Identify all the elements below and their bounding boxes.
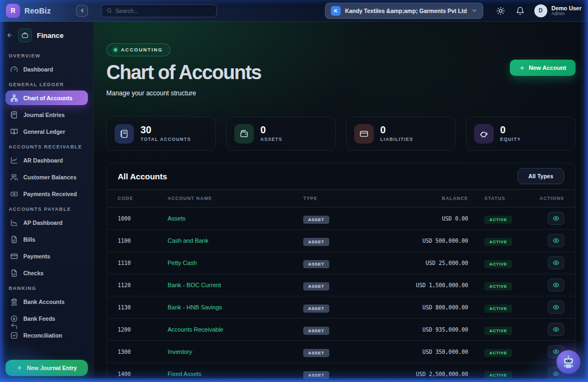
stat-label: TOTAL ACCOUNTS — [140, 137, 191, 142]
theme-toggle-button[interactable] — [496, 7, 505, 15]
brand-logo-letter: R — [11, 7, 16, 15]
account-name-link[interactable]: Inventory — [168, 348, 303, 355]
sidebar-item-journal-entries[interactable]: Journal Entries — [5, 107, 88, 122]
users-icon — [10, 173, 18, 181]
section-label-general-ledger: GENERAL LEDGER — [9, 82, 85, 87]
account-name-link[interactable]: Bank - HNB Savings — [168, 304, 303, 310]
sidebar-item-label: Payments Received — [23, 191, 77, 197]
brand-logo: R — [6, 4, 20, 18]
sidebar-nav: OVERVIEW Dashboard GENERAL LEDGER Chart … — [0, 48, 93, 356]
new-account-label: New Account — [529, 64, 566, 71]
book-open-icon — [10, 128, 18, 135]
sidebar-item-label: General Ledger — [23, 128, 65, 135]
table-row: 1110 Petty Cash ASSET USD 25,000.00 ACTI… — [107, 252, 575, 274]
wallet-icon — [234, 124, 254, 144]
sidebar-item-chart-of-accounts[interactable]: Chart of Accounts — [5, 90, 88, 105]
sidebar-item-label: AR Dashboard — [23, 157, 63, 164]
column-header-code: CODE — [118, 196, 168, 201]
table-row: 1130 Bank - HNB Savings ASSET USD 800,00… — [107, 296, 575, 319]
plus-icon — [16, 365, 23, 371]
column-header-balance: BALANCE — [376, 196, 468, 201]
view-account-button[interactable] — [548, 301, 564, 314]
accounting-badge-label: ACCOUNTING — [121, 47, 163, 53]
account-balance: USD 2,500,000.00 — [376, 371, 468, 377]
stat-label: EQUITY — [500, 137, 521, 142]
account-name-link[interactable]: Assets — [168, 215, 303, 222]
column-header-type: TYPE — [303, 196, 376, 201]
notifications-button[interactable] — [516, 7, 525, 15]
sidebar-item-label: Payments — [23, 253, 50, 260]
view-account-button[interactable] — [548, 323, 564, 336]
table-row: 1200 Accounts Receivable ASSET USD 935,0… — [107, 319, 575, 341]
column-header-name: ACCOUNT NAME — [168, 196, 303, 201]
search-box[interactable] — [101, 4, 217, 17]
stat-label: ASSETS — [260, 137, 283, 142]
account-code: 1000 — [118, 216, 168, 222]
account-name-link[interactable]: Cash and Bank — [168, 237, 303, 244]
sidebar-item-bank-accounts[interactable]: Bank Accounts — [5, 294, 88, 309]
company-selector[interactable]: K Kandy Textiles &amp;amp; Garments Pvt … — [325, 3, 483, 19]
table-row: 1300 Inventory ASSET USD 350,000.00 ACTI… — [107, 341, 575, 363]
sidebar-item-label: Customer Balances — [23, 174, 76, 180]
sidebar-item-general-ledger[interactable]: General Ledger — [5, 124, 88, 139]
sidebar-item-bills[interactable]: Bills — [5, 232, 88, 247]
search-input[interactable] — [116, 8, 212, 14]
type-filter-select[interactable]: All Types — [517, 168, 564, 184]
sidebar-item-partial[interactable] — [5, 319, 88, 333]
view-account-button[interactable] — [548, 256, 564, 269]
sidebar-item-ar-dashboard[interactable]: AR Dashboard — [5, 153, 88, 167]
page-header: ACCOUNTING Chart of Accounts Manage your… — [106, 43, 576, 97]
stat-value: 0 — [500, 125, 521, 136]
eye-icon — [553, 260, 559, 266]
new-journal-entry-button[interactable]: New Journal Entry — [5, 360, 88, 376]
view-account-button[interactable] — [548, 279, 564, 292]
table-row: 1120 Bank - BOC Current ASSET USD 1,500,… — [107, 274, 575, 296]
view-account-button[interactable] — [548, 212, 564, 225]
file-check-icon — [10, 269, 18, 277]
briefcase-icon — [18, 28, 32, 42]
account-name-link[interactable]: Petty Cash — [168, 260, 303, 266]
type-badge: ASSET — [303, 327, 329, 335]
account-name-link[interactable]: Accounts Receivable — [168, 326, 303, 333]
view-account-button[interactable] — [548, 234, 564, 247]
back-button[interactable] — [7, 32, 13, 38]
sidebar-item-payments[interactable]: Payments — [5, 249, 88, 263]
sidebar-item-checks[interactable]: Checks — [5, 266, 88, 280]
section-label-overview: OVERVIEW — [9, 53, 85, 59]
account-code: 1200 — [118, 327, 168, 333]
page-subtitle: Manage your account structure — [106, 89, 576, 97]
sidebar-item-label: Chart of Accounts — [23, 95, 73, 101]
plus-icon — [519, 65, 525, 71]
eye-icon — [553, 237, 559, 244]
piggy-bank-icon — [474, 124, 494, 144]
stat-card-equity: 0 EQUITY — [466, 116, 576, 151]
status-badge: ACTIVE — [484, 349, 512, 357]
sidebar-item-customer-balances[interactable]: Customer Balances — [5, 170, 88, 184]
new-account-button[interactable]: New Account — [510, 60, 576, 76]
chatbot-button[interactable] — [557, 350, 580, 374]
sidebar-item-label: Journal Entries — [23, 112, 65, 118]
sidebar-collapse-button[interactable] — [76, 5, 88, 17]
credit-card-icon — [10, 252, 18, 260]
user-menu[interactable]: D Demo User Admin — [534, 4, 581, 17]
eye-icon — [553, 304, 559, 310]
notebook-icon — [114, 124, 134, 144]
main-content: ACCOUNTING Chart of Accounts Manage your… — [94, 22, 588, 382]
sidebar-item-ap-dashboard[interactable]: AP Dashboard — [5, 215, 88, 230]
type-badge: ASSET — [303, 260, 329, 268]
account-name-link[interactable]: Fixed Assets — [168, 371, 303, 377]
badge-dot-icon — [114, 48, 117, 51]
page-title: Chart of Accounts — [106, 63, 576, 82]
section-label-banking: BANKING — [9, 286, 85, 291]
topbar: R ReoBiz K Kandy Textiles &amp;amp; Garm… — [0, 0, 588, 22]
account-name-link[interactable]: Bank - BOC Current — [168, 282, 303, 288]
accounting-badge: ACCOUNTING — [106, 43, 170, 56]
gauge-icon — [10, 66, 18, 73]
type-badge: ASSET — [303, 282, 329, 290]
account-code: 1300 — [118, 349, 168, 355]
table-header-row: CODE ACCOUNT NAME TYPE BALANCE STATUS AC… — [107, 189, 575, 208]
sidebar-item-payments-received[interactable]: Payments Received — [5, 186, 88, 201]
stat-label: LIABILITIES — [380, 137, 413, 142]
sidebar-item-dashboard[interactable]: Dashboard — [5, 62, 88, 76]
company-name: Kandy Textiles &amp;amp; Garments Pvt Lt… — [345, 8, 466, 14]
